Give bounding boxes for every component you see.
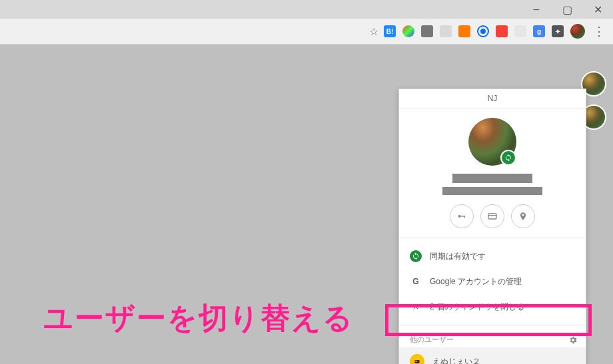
profile-name-redacted <box>452 174 532 183</box>
bookmark-star-icon[interactable]: ☆ <box>369 25 378 38</box>
extension-8-icon[interactable] <box>514 25 526 37</box>
extension-7-icon[interactable] <box>496 25 508 37</box>
extension-hatena-icon[interactable]: B! <box>384 25 396 37</box>
profile-quick-buttons <box>450 204 535 228</box>
sync-badge-icon <box>500 150 516 166</box>
payments-button[interactable] <box>480 204 504 228</box>
user-profile-item-2[interactable]: えぬじぇい２ <box>399 347 586 364</box>
window-minimize-button[interactable]: – <box>521 0 552 19</box>
page-content: ユーザーを切り替える NJ <box>0 45 613 364</box>
manage-google-account-label: Google アカウントの管理 <box>430 276 522 287</box>
other-users-section-header: 他のユーザー <box>399 328 586 347</box>
profile-section <box>399 108 586 235</box>
sync-icon <box>410 250 422 262</box>
browser-toolbar: ☆ B! g ✦ ⋮ <box>0 19 613 45</box>
svg-rect-3 <box>488 214 496 219</box>
window-maximize-button[interactable]: ▢ <box>552 0 582 19</box>
chrome-menu-button[interactable]: ⋮ <box>589 24 608 39</box>
extension-5-icon[interactable] <box>458 25 470 37</box>
google-g-icon: G <box>410 275 422 287</box>
svg-point-0 <box>458 215 461 218</box>
extension-google-icon[interactable]: g <box>533 25 545 37</box>
sync-status-item[interactable]: 同期は有効です <box>399 244 586 269</box>
manage-google-account-item[interactable]: G Google アカウントの管理 <box>399 269 586 294</box>
extension-colorwheel-icon[interactable] <box>402 25 414 37</box>
profile-dropdown-header: NJ <box>399 89 586 108</box>
profile-menu-list: 同期は有効です G Google アカウントの管理 2 個のウィンドウを閉じる <box>399 241 586 322</box>
svg-rect-2 <box>464 216 464 218</box>
other-users-label: 他のユーザー <box>410 335 454 345</box>
window-close-button[interactable]: ✕ <box>582 0 613 19</box>
user2-label: えぬじぇい２ <box>432 356 480 365</box>
separator <box>399 238 586 238</box>
profile-email-redacted <box>442 187 542 195</box>
settings-gear-icon[interactable] <box>568 335 578 345</box>
close-windows-item[interactable]: 2 個のウィンドウを閉じる <box>399 294 586 319</box>
sync-status-label: 同期は有効です <box>430 251 486 262</box>
extension-6-icon[interactable] <box>477 25 489 37</box>
addresses-button[interactable] <box>511 204 535 228</box>
separator <box>399 325 586 325</box>
close-windows-label: 2 個のウィンドウを閉じる <box>430 301 524 313</box>
extensions-puzzle-icon[interactable]: ✦ <box>552 25 564 37</box>
user2-avatar-icon <box>410 354 424 364</box>
window-controls: – ▢ ✕ <box>521 0 613 19</box>
profile-avatar-button[interactable] <box>570 24 585 39</box>
extension-4-icon[interactable] <box>440 25 452 37</box>
annotation-switch-user-text: ユーザーを切り替える <box>43 299 354 338</box>
extension-icons: B! g ✦ <box>384 24 585 39</box>
profile-avatar-large <box>468 118 516 166</box>
profile-dropdown: NJ <box>398 89 586 364</box>
extension-3-icon[interactable] <box>421 25 433 37</box>
close-x-icon <box>410 301 422 313</box>
svg-rect-8 <box>416 361 417 362</box>
passwords-button[interactable] <box>450 204 474 228</box>
